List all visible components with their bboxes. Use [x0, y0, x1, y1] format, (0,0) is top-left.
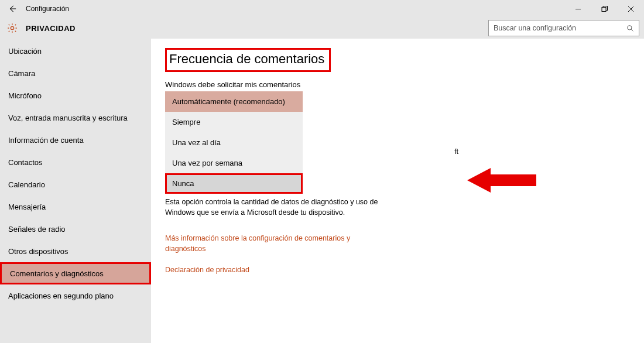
dropdown-option-auto[interactable]: Automáticamente (recomendado) — [165, 91, 303, 112]
sidebar-item-calendario[interactable]: Calendario — [0, 173, 151, 195]
svg-point-1 — [11, 26, 13, 29]
close-button[interactable] — [618, 0, 644, 18]
maximize-button[interactable] — [591, 0, 618, 18]
feedback-frequency-dropdown[interactable]: Automáticamente (recomendado) Siempre Un… — [165, 91, 303, 194]
dropdown-option-nunca[interactable]: Nunca — [165, 173, 303, 194]
sidebar-item-otros[interactable]: Otros dispositivos — [0, 240, 151, 262]
svg-point-2 — [627, 25, 631, 29]
sidebar-item-cuenta[interactable]: Información de cuenta — [0, 129, 151, 151]
close-icon — [628, 6, 634, 12]
header-bar: PRIVACIDAD Buscar una configuración — [0, 18, 644, 39]
minimize-icon — [575, 6, 581, 12]
sidebar-item-camara[interactable]: Cámara — [0, 62, 151, 84]
settings-gear-icon — [6, 22, 19, 35]
annotation-arrow-icon — [467, 164, 540, 197]
dropdown-option-dia[interactable]: Una vez al día — [165, 132, 303, 153]
sidebar-item-comentarios[interactable]: Comentarios y diagnósticos — [0, 262, 151, 284]
setting-label: Windows debe solicitar mis comentarios — [165, 80, 644, 89]
window-title: Configuración — [26, 5, 69, 13]
main-content: Frecuencia de comentarios Windows debe s… — [151, 39, 644, 343]
svg-marker-3 — [467, 168, 536, 193]
sidebar-item-voz[interactable]: Voz, entrada manuscrita y escritura — [0, 107, 151, 129]
sidebar-item-ubicacion[interactable]: Ubicación — [0, 40, 151, 62]
sidebar-item-aplicaciones[interactable]: Aplicaciones en segundo plano — [0, 284, 151, 307]
link-privacy-statement[interactable]: Declaración de privacidad — [165, 265, 376, 275]
dropdown-option-semana[interactable]: Una vez por semana — [165, 153, 303, 173]
search-icon — [626, 24, 634, 32]
sidebar-item-microfono[interactable]: Micrófono — [0, 84, 151, 107]
sidebar-item-contactos[interactable]: Contactos — [0, 151, 151, 173]
back-button[interactable] — [0, 0, 25, 18]
sidebar-item-senales[interactable]: Señales de radio — [0, 218, 151, 240]
arrow-left-icon — [8, 5, 16, 13]
setting-description: Esta opción controla la cantidad de dato… — [165, 197, 399, 218]
search-input[interactable]: Buscar una configuración — [488, 20, 639, 36]
section-title: Frecuencia de comentarios — [165, 48, 331, 72]
category-title: PRIVACIDAD — [26, 24, 76, 33]
titlebar: Configuración — [0, 0, 644, 18]
dropdown-option-siempre[interactable]: Siempre — [165, 112, 303, 132]
maximize-icon — [601, 6, 608, 12]
sidebar-item-mensajeria[interactable]: Mensajería — [0, 195, 151, 218]
truncated-text: ft — [454, 147, 458, 156]
link-more-info[interactable]: Más información sobre la configuración d… — [165, 233, 376, 254]
search-placeholder: Buscar una configuración — [494, 24, 626, 32]
sidebar: Ubicación Cámara Micrófono Voz, entrada … — [0, 39, 151, 343]
svg-rect-0 — [602, 7, 606, 11]
minimize-button[interactable] — [565, 0, 591, 18]
